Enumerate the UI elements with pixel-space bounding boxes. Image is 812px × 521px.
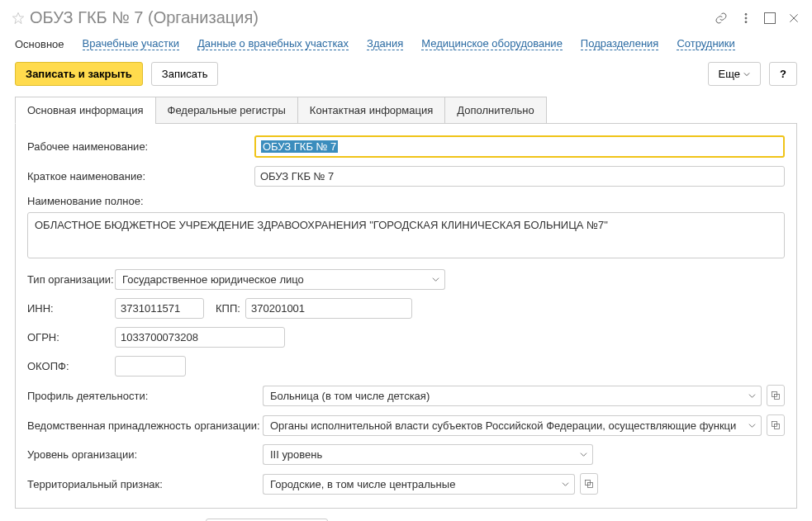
row-okopf: ОКОПФ: [27,356,785,377]
chevron-down-icon [432,276,439,283]
tab-extra[interactable]: Дополнительно [444,97,547,124]
nav-buildings[interactable]: Здания [367,37,403,50]
kpp-input[interactable] [245,298,412,319]
nav-area-data[interactable]: Данные о врачебных участках [197,37,349,50]
title-actions [715,12,800,25]
help-button[interactable]: ? [769,62,797,86]
chevron-down-icon [580,451,587,458]
agency-dropdown[interactable] [743,415,762,436]
tab-contact[interactable]: Контактная информация [297,97,445,124]
territory-dropdown[interactable] [557,474,575,495]
row-territory: Территориальный признак: [27,473,785,495]
chevron-down-icon [748,422,756,429]
ogrn-label: ОГРН: [27,331,115,343]
more-icon[interactable] [739,12,753,25]
row-work-name: Рабочее наименование: ОБУЗ ГКБ № 7 [27,135,785,158]
work-name-label: Рабочее наименование: [27,140,254,153]
nav-departments[interactable]: Подразделения [581,37,659,50]
org-type-dropdown[interactable] [427,269,445,290]
tab-content: Рабочее наименование: ОБУЗ ГКБ № 7 Кратк… [15,123,797,509]
svg-point-2 [745,17,747,19]
tabs: Основная информация Федеральные регистры… [15,96,797,123]
row-ogrn: ОГРН: [27,327,785,348]
link-icon[interactable] [715,12,728,25]
svg-marker-0 [12,12,23,23]
ogrn-input[interactable] [115,327,285,348]
agency-label: Ведомственная принадлежность организации… [27,419,263,432]
okopf-input[interactable] [115,356,186,377]
org-type-input[interactable] [115,269,427,290]
open-icon [771,391,781,400]
row-agency: Ведомственная принадлежность организации… [27,414,785,436]
chevron-down-icon [743,71,750,78]
inn-input[interactable] [115,298,204,319]
footer: Данные по ФРМО актуализированы: [0,509,812,521]
nav-areas[interactable]: Врачебные участки [83,37,179,50]
star-icon[interactable] [12,12,25,25]
territory-open-button[interactable] [580,473,598,495]
svg-point-3 [745,21,747,22]
okopf-label: ОКОПФ: [27,360,115,372]
level-dropdown[interactable] [575,444,593,465]
tab-federal[interactable]: Федеральные регистры [155,97,298,124]
nav-employees[interactable]: Сотрудники [677,37,734,50]
page-title: ОБУЗ ГКБ № 7 (Организация) [30,8,715,27]
row-full-name: Наименование полное: [27,195,785,261]
row-profile: Профиль деятельности: [27,385,785,406]
open-icon [771,420,781,430]
short-name-label: Краткое наименование: [27,170,254,182]
profile-input[interactable] [263,386,743,406]
tab-container: Основная информация Федеральные регистры… [15,96,797,509]
short-name-input[interactable] [254,166,785,187]
open-icon [584,479,594,489]
work-name-input[interactable]: ОБУЗ ГКБ № 7 [254,135,785,158]
more-label: Еще [719,68,740,80]
more-button[interactable]: Еще [708,62,761,86]
nav-main[interactable]: Основное [15,38,64,50]
toolbar: Записать и закрыть Записать Еще ? [0,62,812,96]
agency-input[interactable] [263,415,743,436]
row-inn: ИНН: КПП: [27,298,785,319]
save-close-button[interactable]: Записать и закрыть [15,62,143,86]
row-org-type: Тип организации: [27,269,785,290]
profile-label: Профиль деятельности: [27,390,263,402]
svg-point-1 [745,13,747,15]
org-type-label: Тип организации: [27,273,115,286]
save-button[interactable]: Записать [151,62,219,86]
row-short-name: Краткое наименование: [27,166,785,187]
territory-label: Территориальный признак: [27,478,263,490]
inn-label: ИНН: [27,302,115,315]
title-bar: ОБУЗ ГКБ № 7 (Организация) [0,0,812,32]
territory-input[interactable] [263,474,557,495]
full-name-input[interactable] [27,212,785,258]
nav-equipment[interactable]: Медицинское оборудование [421,37,563,50]
level-input[interactable] [263,444,575,465]
profile-open-button[interactable] [767,385,785,406]
tab-main[interactable]: Основная информация [15,97,156,124]
close-icon[interactable] [787,12,800,25]
maximize-icon[interactable] [764,12,776,24]
work-name-value: ОБУЗ ГКБ № 7 [261,140,338,153]
row-level: Уровень организации: [27,444,785,465]
nav-links: Основное Врачебные участки Данные о врач… [0,32,812,62]
agency-open-button[interactable] [767,414,785,436]
profile-dropdown[interactable] [743,386,762,406]
chevron-down-icon [748,392,756,400]
level-label: Уровень организации: [27,448,263,461]
full-name-label: Наименование полное: [27,195,144,207]
chevron-down-icon [562,481,569,488]
kpp-label: КПП: [216,302,245,315]
